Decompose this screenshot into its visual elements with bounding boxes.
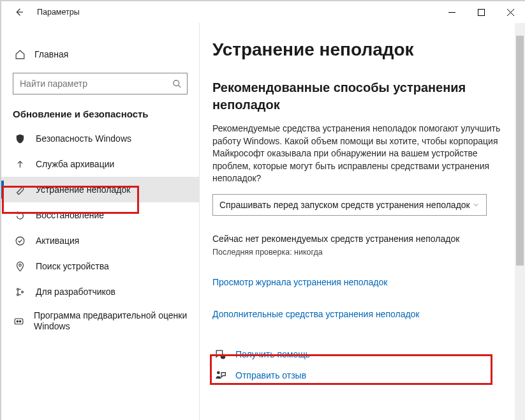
svg-point-2 [16,237,24,245]
sidebar-item-label: Для разработчиков [27,287,115,297]
vertical-scrollbar[interactable] [515,23,525,420]
developers-icon [13,287,27,297]
sidebar-home[interactable]: Главная [1,42,199,66]
wrench-icon [13,184,27,195]
sidebar-item-activation[interactable]: Активация [1,228,199,253]
dropdown-selected-value: Спрашивать перед запуском средств устран… [219,200,472,210]
feedback-icon [212,370,228,382]
intro-text: Рекомендуемые средства устранения непола… [212,123,507,185]
status-last-check: Последняя проверка: никогда [212,248,507,257]
sidebar-item-insider[interactable]: Программа предварительной оценки Windows [1,304,199,338]
activation-icon [13,236,27,246]
scrollbar-thumb[interactable] [516,36,524,266]
chevron-down-icon [472,201,480,209]
svg-point-11 [216,371,219,374]
get-help-label: Получить помощь [228,349,310,359]
svg-point-5 [17,294,18,296]
troubleshoot-mode-dropdown[interactable]: Спрашивать перед запуском средств устран… [212,194,487,216]
svg-point-3 [18,264,21,266]
maximize-button[interactable] [466,1,496,23]
sidebar-item-backup[interactable]: Служба архивации [1,151,199,177]
search-input-container[interactable] [13,73,188,94]
svg-rect-7 [15,319,23,324]
home-icon [13,49,27,60]
page-title: Устранение неполадок [212,40,507,60]
svg-point-6 [21,291,23,293]
back-button[interactable] [5,1,33,23]
sidebar-item-developers[interactable]: Для разработчиков [1,279,199,304]
get-help-icon [212,349,228,361]
svg-point-10 [221,354,225,358]
sidebar-group-header: Обновление и безопасность [1,103,199,126]
find-device-icon [13,261,27,272]
sidebar-item-label: Безопасность Windows [27,133,131,144]
svg-point-9 [19,320,21,322]
get-help-link[interactable]: Получить помощь [212,349,507,361]
search-input[interactable] [18,78,172,89]
main-content: Устранение неполадок Рекомендованные спо… [199,23,525,420]
sidebar-item-windows-security[interactable]: Безопасность Windows [1,126,199,151]
section-title: Рекомендованные способы устранения непол… [212,79,507,114]
search-icon [172,79,182,89]
link-history[interactable]: Просмотр журнала устранения неполадок [212,277,387,287]
recovery-icon [13,210,27,221]
sidebar-item-label: Поиск устройства [27,261,109,271]
sidebar-item-troubleshoot[interactable]: Устранение неполадок [1,177,199,202]
backup-icon [13,159,27,170]
feedback-label: Отправить отзыв [228,370,306,380]
window-title: Параметры [33,8,437,17]
insider-icon [13,316,25,327]
svg-point-1 [174,80,179,86]
sidebar-item-recovery[interactable]: Восстановление [1,202,199,228]
sidebar-item-label: Устранение неполадок [27,184,130,195]
minimize-button[interactable] [437,1,466,23]
feedback-link[interactable]: Отправить отзыв [212,370,507,382]
status-none-text: Сейчас нет рекомендуемых средств устране… [212,234,507,244]
settings-sidebar: Главная Обновление и безопасность Безопа… [1,23,199,420]
sidebar-item-label: Служба архивации [27,159,114,169]
sidebar-home-label: Главная [27,49,68,59]
sidebar-item-label: Активация [27,236,79,246]
sidebar-item-label: Восстановление [27,210,104,220]
link-more-troubleshooters[interactable]: Дополнительные средства устранения непол… [212,309,420,319]
sidebar-item-find-device[interactable]: Поиск устройства [1,253,199,279]
close-button[interactable] [496,1,525,23]
svg-point-4 [17,288,18,290]
shield-icon [13,133,27,144]
sidebar-item-label: Программа предварительной оценки Windows [25,310,199,333]
svg-rect-0 [478,9,484,15]
svg-point-8 [17,320,18,322]
